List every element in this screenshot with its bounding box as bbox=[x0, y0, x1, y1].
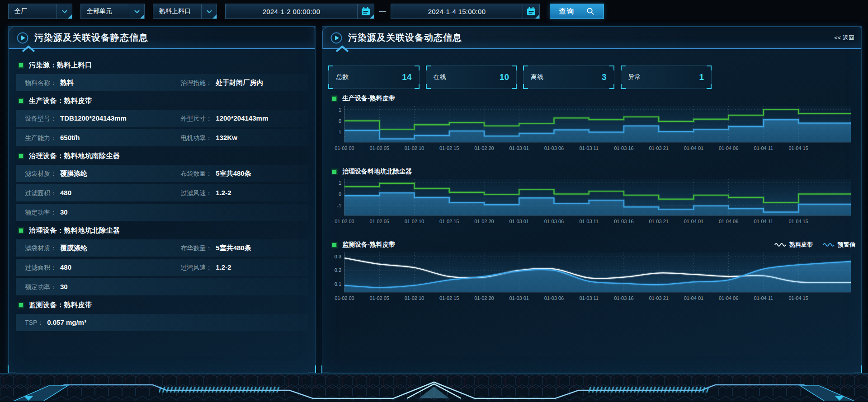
legend-item: 熟料皮带 bbox=[774, 241, 813, 249]
svg-text:01-03 21: 01-03 21 bbox=[649, 145, 668, 151]
dynamic-info-header: 污染源及关联设备动态信息 << 返回 bbox=[322, 27, 861, 49]
svg-text:01-03 06: 01-03 06 bbox=[544, 219, 564, 224]
unit-select-value: 全部单元 bbox=[81, 7, 129, 15]
query-button-label: 查询 bbox=[559, 7, 575, 16]
start-datetime-picker[interactable]: 2024-1-2 00:00:00 bbox=[225, 4, 374, 19]
wave-line-icon bbox=[774, 242, 786, 248]
search-icon bbox=[586, 7, 594, 15]
field-value: 132Kw bbox=[216, 134, 237, 141]
kv-row: 额定功率：30 bbox=[16, 204, 308, 221]
field-value: 熟料 bbox=[60, 79, 74, 87]
field-value: 480 bbox=[60, 263, 71, 271]
charts: 生产设备-熟料皮带10-101-02 0001-02 0501-02 1001-… bbox=[329, 93, 855, 311]
svg-text:01-02 20: 01-02 20 bbox=[474, 145, 494, 151]
unit-select[interactable]: 全部单元 bbox=[80, 4, 145, 19]
kv-cell: 设备型号：TDB1200*204143mm bbox=[25, 114, 180, 123]
svg-text:01-04 15: 01-04 15 bbox=[788, 145, 808, 151]
filter-toolbar: 全厂 全部单元 熟料上料口 2024-1-2 00:00:00 bbox=[0, 0, 868, 23]
stat-label: 异常 bbox=[628, 73, 641, 81]
field-value: 处于封闭厂房内 bbox=[216, 79, 263, 87]
svg-text:01-03 21: 01-03 21 bbox=[649, 219, 668, 224]
svg-text:01-02 05: 01-02 05 bbox=[370, 219, 389, 224]
svg-text:01-04 01: 01-04 01 bbox=[684, 295, 703, 301]
plant-select[interactable]: 全厂 bbox=[8, 4, 72, 19]
device-stats-row: 总数14在线10离线3异常1 bbox=[328, 65, 712, 89]
field-label: 生产能力： bbox=[25, 134, 57, 142]
kv-cell: 布华数量：5室共480条 bbox=[180, 244, 308, 252]
svg-text:01-02 10: 01-02 10 bbox=[405, 145, 424, 151]
chart-block: 监测设备-熟料皮带熟料皮带预警信0.30.20.101-02 0001-02 0… bbox=[329, 239, 855, 305]
play-icon bbox=[16, 32, 29, 44]
svg-text:01-03 11: 01-03 11 bbox=[579, 145, 599, 151]
section-title: 治理设备：熟料地坑南除尘器 bbox=[29, 152, 120, 160]
kv-row: 物料名称：熟料治理措施：处于封闭厂房内 bbox=[16, 74, 308, 91]
svg-text:0.3: 0.3 bbox=[335, 254, 341, 259]
green-square-bullet bbox=[19, 98, 24, 103]
kv-cell: 电机功率：132Kw bbox=[180, 134, 308, 142]
svg-text:0: 0 bbox=[339, 118, 341, 124]
svg-text:01-03 11: 01-03 11 bbox=[579, 295, 599, 301]
svg-text:01-03 21: 01-03 21 bbox=[649, 295, 668, 301]
source-select[interactable]: 熟料上料口 bbox=[153, 4, 217, 19]
field-value: 30 bbox=[60, 283, 68, 290]
dynamic-info-title: 污染源及关联设备动态信息 bbox=[348, 32, 462, 44]
kv-cell: 额定功率：30 bbox=[25, 208, 180, 217]
field-value: 1.2-2 bbox=[216, 189, 231, 196]
field-label: 过滤面积： bbox=[25, 264, 57, 272]
field-value: 5室共480条 bbox=[216, 244, 251, 252]
legend-label: 熟料皮带 bbox=[789, 241, 813, 249]
kv-row: 生产能力：650t/h电机功率：132Kw bbox=[16, 129, 308, 146]
static-info-title: 污染源及关联设备静态信息 bbox=[34, 32, 148, 44]
section-title: 生产设备：熟料皮带 bbox=[29, 97, 92, 105]
kv-cell: 过鸿风速：1.2-2 bbox=[180, 263, 308, 272]
svg-text:01-02 15: 01-02 15 bbox=[439, 295, 459, 301]
section-row: 生产设备：熟料皮带 bbox=[16, 94, 308, 108]
svg-text:01-02 10: 01-02 10 bbox=[405, 219, 424, 224]
svg-text:01-02 05: 01-02 05 bbox=[370, 145, 389, 151]
field-label: 滤袋材质： bbox=[25, 244, 57, 252]
chart-title-row: 治理设备料地坑北除尘器 bbox=[329, 166, 855, 178]
field-label: 额定功率： bbox=[25, 283, 57, 291]
end-datetime-value: 2024-1-4 15:00:00 bbox=[391, 8, 523, 15]
end-datetime-picker[interactable]: 2024-1-4 15:00:00 bbox=[391, 4, 540, 19]
chevron-down-icon bbox=[201, 4, 217, 19]
svg-text:1: 1 bbox=[339, 180, 341, 186]
date-range-separator: — bbox=[379, 7, 386, 15]
legend-item: 预警信 bbox=[823, 241, 855, 249]
field-value: 覆膜涤纶 bbox=[60, 169, 87, 178]
stat-card: 在线10 bbox=[426, 65, 517, 89]
svg-text:01-03 16: 01-03 16 bbox=[614, 295, 633, 301]
svg-text:1: 1 bbox=[339, 107, 341, 112]
wave-line-icon bbox=[823, 242, 835, 248]
green-square-bullet bbox=[332, 169, 337, 174]
svg-text:01-03 01: 01-03 01 bbox=[509, 145, 528, 151]
green-square-bullet bbox=[332, 96, 337, 101]
chevron-down-icon bbox=[129, 4, 144, 19]
kv-cell: 滤袋材质：覆膜涤纶 bbox=[25, 244, 180, 252]
stat-label: 离线 bbox=[531, 73, 543, 81]
query-button[interactable]: 查询 bbox=[550, 4, 604, 19]
field-label: 额定功率： bbox=[25, 209, 57, 217]
field-label: 布袋数量： bbox=[180, 170, 212, 178]
stat-value: 14 bbox=[402, 72, 411, 82]
kv-row: 额定功率：30 bbox=[16, 278, 308, 295]
static-info-rows: 污染源：熟料上料口物料名称：熟料治理措施：处于封闭厂房内生产设备：熟料皮带设备型… bbox=[9, 49, 315, 331]
legend-label: 预警信 bbox=[838, 241, 855, 249]
kv-row: 设备型号：TDB1200*204143mm外型尺寸：1200*204143mm bbox=[16, 110, 308, 127]
kv-cell: 过滤风速：1.2-2 bbox=[180, 189, 308, 197]
kv-cell: 治理措施：处于封闭厂房内 bbox=[180, 79, 308, 87]
kv-cell: 布袋数量：5室共480条 bbox=[180, 169, 308, 178]
chevron-down-icon bbox=[57, 4, 72, 19]
svg-text:01-03 01: 01-03 01 bbox=[509, 295, 528, 301]
kv-cell: 过滤面积：480 bbox=[25, 189, 180, 197]
back-button[interactable]: << 返回 bbox=[834, 27, 854, 48]
svg-text:01-04 11: 01-04 11 bbox=[754, 295, 774, 301]
svg-text:01-02 00: 01-02 00 bbox=[335, 295, 354, 301]
chart-block: 治理设备料地坑北除尘器10-101-02 0001-02 0501-02 100… bbox=[329, 166, 855, 228]
chart-title: 生产设备-熟料皮带 bbox=[342, 94, 395, 103]
kv-cell: TSP：0.057 mg/m³ bbox=[25, 318, 180, 327]
chart-title: 治理设备料地坑北除尘器 bbox=[342, 168, 412, 176]
svg-text:01-04 06: 01-04 06 bbox=[719, 219, 738, 224]
chart-title-row: 生产设备-熟料皮带 bbox=[329, 93, 855, 104]
svg-text:01-04 06: 01-04 06 bbox=[719, 295, 738, 301]
